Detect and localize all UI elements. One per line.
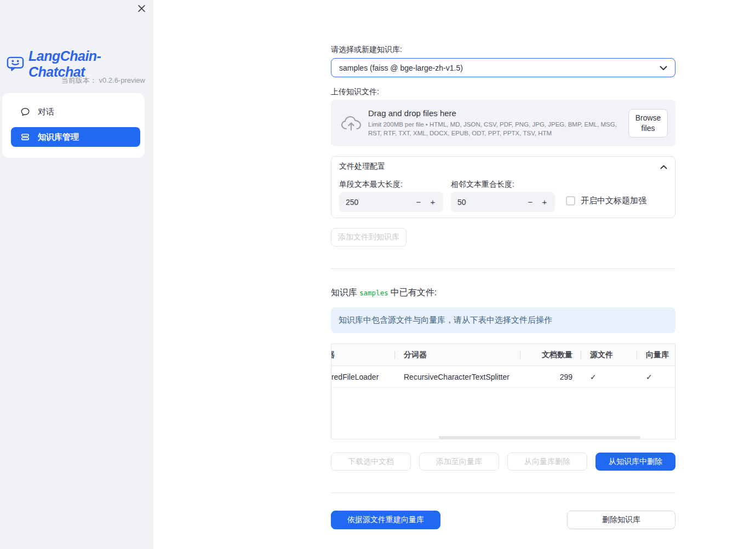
chevron-up-icon — [660, 162, 667, 171]
expander-title: 文件处理配置 — [339, 162, 660, 171]
chunk-size-value: 250 — [346, 198, 411, 207]
column-header-source-file[interactable]: 源文件 — [581, 344, 637, 366]
cell-source-file: ✓ — [581, 366, 637, 388]
chunk-size-label: 单段文本最大长度: — [339, 180, 403, 190]
dropzone-limit: Limit 200MB per file • HTML, MD, JSON, C… — [368, 120, 623, 138]
chunk-size-input[interactable]: 250 − + — [339, 192, 443, 212]
checkbox-label: 开启中文标题加强 — [581, 196, 646, 206]
logo-chat-icon — [7, 56, 24, 72]
delete-kb-button[interactable]: 删除知识库 — [567, 511, 675, 529]
kb-select[interactable]: samples (faiss @ bge-large-zh-v1.5) — [331, 58, 675, 77]
add-to-vector-store-button[interactable]: 添加至向量库 — [419, 453, 499, 471]
delete-from-vector-store-button[interactable]: 从向量库删除 — [507, 453, 587, 471]
cell-vector-store: ✓ — [637, 366, 675, 388]
info-alert: 知识库中包含源文件与向量库，请从下表中选择文件后操作 — [331, 307, 675, 333]
add-files-to-kb-button[interactable]: 添加文件到知识库 — [331, 228, 406, 247]
chat-bubble-icon — [20, 107, 30, 117]
column-header-vector-store[interactable]: 向量库 — [637, 344, 675, 366]
kb-select-value: samples (faiss @ bge-large-zh-v1.5) — [339, 64, 660, 72]
download-selected-button[interactable]: 下载选中文档 — [331, 453, 411, 471]
overlap-decrement-button[interactable]: − — [523, 194, 537, 210]
overlap-increment-button[interactable]: + — [537, 194, 552, 210]
table-header-row: 文档加载器 分词器 文档数量 源文件 向量库 — [331, 344, 675, 366]
chevron-down-icon — [660, 63, 667, 73]
checkbox-box — [566, 196, 575, 205]
cell-splitter: RecursiveCharacterTextSplitter — [395, 366, 520, 388]
table-horizontal-scrollbar[interactable] — [439, 436, 640, 439]
sidebar-menu: 对话 知识库管理 — [2, 93, 145, 158]
file-config-expander: 文件处理配置 单段文本最大长度: 250 − + 相邻文本重合长度: 50 − … — [331, 156, 675, 218]
sidebar-item-dialogue[interactable]: 对话 — [11, 102, 140, 122]
file-dropzone[interactable]: Drag and drop files here Limit 200MB per… — [331, 100, 675, 146]
kb-files-table: 文档加载器 分词器 文档数量 源文件 向量库 UnstructuredFileL… — [331, 344, 675, 439]
overlap-value: 50 — [457, 198, 523, 207]
kb-select-label: 请选择或新建知识库: — [331, 45, 402, 55]
overlap-label: 相邻文本重合长度: — [451, 180, 514, 190]
uploader-label: 上传知识文件: — [331, 87, 379, 97]
chunk-size-decrement-button[interactable]: − — [411, 194, 426, 210]
column-header-splitter[interactable]: 分词器 — [395, 344, 520, 366]
sidebar-item-label: 对话 — [38, 107, 54, 117]
dropzone-instructions: Drag and drop files here Limit 200MB per… — [368, 108, 628, 138]
sidebar-item-knowledge-base[interactable]: 知识库管理 — [11, 127, 140, 147]
cell-docs-count: 299 — [520, 366, 581, 388]
chunk-size-increment-button[interactable]: + — [426, 194, 440, 210]
sidebar-item-label: 知识库管理 — [38, 132, 79, 142]
overlap-input[interactable]: 50 − + — [451, 192, 555, 212]
kb-list-icon — [20, 132, 30, 142]
column-header-loader[interactable]: 文档加载器 — [331, 344, 395, 366]
dropzone-title: Drag and drop files here — [368, 108, 623, 118]
sidebar: LangChain-Chatchat 当前版本： v0.2.6-preview … — [0, 0, 153, 549]
upload-cloud-icon — [341, 115, 362, 131]
delete-from-kb-button[interactable]: 从知识库中删除 — [595, 453, 675, 471]
table-row[interactable]: UnstructuredFileLoader RecursiveCharacte… — [331, 366, 675, 388]
cell-loader: UnstructuredFileLoader — [331, 366, 395, 388]
zh-title-enhance-checkbox[interactable]: 开启中文标题加强 — [566, 196, 646, 206]
sidebar-close-button[interactable] — [136, 4, 147, 15]
divider — [331, 493, 675, 493]
browse-files-button[interactable]: Browse files — [628, 109, 668, 138]
expander-header[interactable]: 文件处理配置 — [331, 157, 675, 176]
info-alert-text: 知识库中包含源文件与向量库，请从下表中选择文件后操作 — [339, 315, 552, 325]
version-caption: 当前版本： v0.2.6-preview — [0, 76, 145, 85]
kb-files-heading: 知识库samples中已有文件: — [331, 287, 437, 299]
close-icon — [138, 4, 146, 15]
divider — [331, 268, 675, 269]
kb-name-code: samples — [357, 289, 391, 297]
rebuild-vector-store-button[interactable]: 依据源文件重建向量库 — [331, 511, 440, 529]
column-header-docs-count[interactable]: 文档数量 — [520, 344, 581, 366]
